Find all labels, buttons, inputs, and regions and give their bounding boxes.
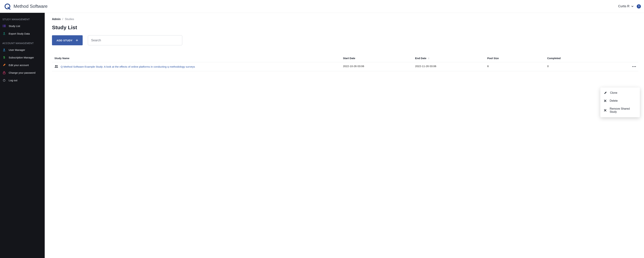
svg-rect-2: [4, 25, 6, 25]
list-icon: [2, 24, 6, 28]
sidebar-item-export-study-data[interactable]: Export Study Data: [0, 30, 45, 37]
menu-item-delete[interactable]: Delete: [600, 97, 640, 105]
app-body: STUDY MANAGEMENT Study List: [0, 13, 644, 258]
cell-completed: 0: [545, 62, 615, 71]
sidebar-item-label: Change your password: [9, 71, 35, 74]
brand-name: Method Software: [14, 4, 48, 9]
cell-end-date: 2022-11-26 03:06: [413, 62, 485, 71]
app-header: Method Software Curtis R ?: [0, 0, 644, 13]
search-input[interactable]: [88, 35, 182, 45]
pencil-icon: [2, 63, 6, 67]
user-menu[interactable]: Curtis R: [618, 4, 634, 8]
table-row: Q Method Software Example Study: A look …: [52, 62, 638, 71]
svg-rect-4: [4, 26, 6, 26]
sidebar-item-user-manager[interactable]: User Manager: [0, 46, 45, 54]
user-name: Curtis R: [618, 4, 630, 8]
svg-point-3: [3, 26, 3, 26]
svg-point-13: [55, 65, 56, 66]
menu-item-label: Delete: [610, 99, 618, 102]
svg-point-1: [3, 25, 3, 25]
cell-start-date: 2022-10-26 03:06: [340, 62, 412, 71]
svg-point-8: [4, 49, 5, 50]
sidebar-item-subscription-manager[interactable]: $ Subscription Manager: [0, 54, 45, 61]
table-header-row: Study Name Start Date End Date ↑ Pool Si…: [52, 55, 638, 62]
chevron-down-icon: [631, 5, 634, 7]
study-link[interactable]: Q Method Software Example Study: A look …: [61, 65, 195, 69]
upload-icon: [2, 32, 6, 35]
sidebar: STUDY MANAGEMENT Study List: [0, 13, 45, 258]
svg-point-15: [632, 66, 633, 67]
svg-rect-7: [3, 34, 5, 35]
col-header-start-date[interactable]: Start Date: [340, 55, 412, 62]
svg-rect-6: [4, 27, 6, 27]
main-content: Admin / Studies Study List ADD STUDY Stu…: [45, 13, 644, 258]
svg-rect-10: [3, 72, 5, 74]
breadcrumb-separator: /: [62, 18, 63, 21]
sidebar-section-account: ACCOUNT MANAGEMENT: [0, 40, 45, 46]
sidebar-item-label: Study List: [9, 24, 20, 27]
col-header-completed[interactable]: Completed: [545, 55, 615, 62]
sidebar-item-label: Edit your account: [9, 64, 29, 67]
col-header-actions: [615, 55, 638, 62]
svg-point-17: [635, 66, 636, 67]
sidebar-item-study-list[interactable]: Study List: [0, 22, 45, 30]
brand-logo-icon: [4, 3, 11, 10]
help-icon[interactable]: ?: [637, 4, 641, 8]
user-icon: [2, 48, 6, 52]
row-actions-button[interactable]: [632, 66, 636, 67]
sidebar-item-edit-account[interactable]: Edit your account: [0, 61, 45, 69]
breadcrumb: Admin / Studies: [52, 18, 638, 21]
study-name-cell: Q Method Software Example Study: A look …: [54, 65, 338, 69]
brand: Method Software: [4, 3, 48, 10]
menu-item-label: Remove Shared Study: [610, 107, 636, 114]
sidebar-item-label: Export Study Data: [9, 32, 30, 35]
svg-point-14: [56, 65, 58, 66]
more-horizontal-icon: [632, 66, 636, 67]
col-header-study-name[interactable]: Study Name: [52, 55, 340, 62]
plus-icon: [76, 39, 78, 41]
menu-item-remove-shared[interactable]: Remove Shared Study: [600, 105, 640, 116]
people-icon: [54, 65, 58, 68]
sidebar-item-change-password[interactable]: Change your password: [0, 69, 45, 76]
lock-icon: [2, 71, 6, 74]
row-actions-menu: Clone Delete Remove Shared Study: [600, 88, 640, 117]
page-title: Study List: [52, 24, 638, 30]
sidebar-section-study: STUDY MANAGEMENT: [0, 16, 45, 22]
close-icon: [604, 109, 606, 112]
app-root: Method Software Curtis R ? STUDY MANAGEM…: [0, 0, 644, 258]
cell-pool-size: 6: [485, 62, 545, 71]
col-header-end-date[interactable]: End Date ↑: [413, 55, 485, 62]
study-table: Study Name Start Date End Date ↑ Pool Si…: [52, 55, 638, 71]
sidebar-item-label: Subscription Manager: [9, 56, 34, 59]
sidebar-item-logout[interactable]: Log out: [0, 76, 45, 84]
add-study-label: ADD STUDY: [56, 39, 72, 42]
close-icon: [604, 99, 606, 102]
breadcrumb-root[interactable]: Admin: [52, 18, 61, 21]
sort-asc-icon: ↑: [428, 57, 430, 60]
sidebar-item-label: Log out: [9, 79, 17, 82]
controls-row: ADD STUDY: [52, 35, 638, 45]
menu-item-label: Clone: [610, 91, 617, 94]
pencil-icon: [604, 91, 607, 94]
add-study-button[interactable]: ADD STUDY: [52, 35, 83, 45]
breadcrumb-current: Studies: [65, 18, 74, 21]
menu-item-clone[interactable]: Clone: [600, 89, 640, 97]
dollar-icon: $: [2, 56, 6, 59]
svg-text:$: $: [3, 56, 5, 59]
col-header-pool-size[interactable]: Pool Size: [485, 55, 545, 62]
svg-point-5: [3, 27, 3, 27]
power-icon: [2, 79, 6, 82]
sidebar-item-label: User Manager: [9, 48, 25, 51]
svg-point-16: [634, 66, 634, 67]
